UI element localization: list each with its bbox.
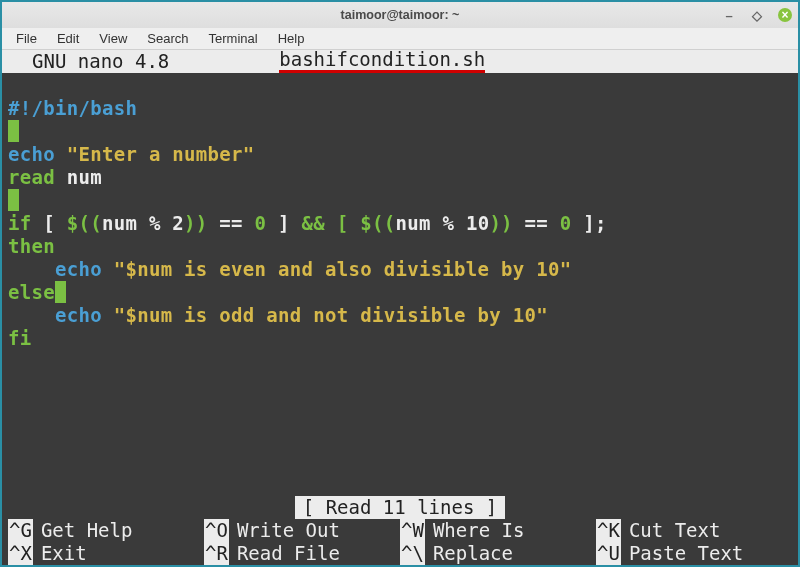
nano-filename: bashifcondition.sh <box>279 50 485 73</box>
shortcut-row: ^XExit ^RRead File ^\Replace ^UPaste Tex… <box>8 542 792 565</box>
menu-search[interactable]: Search <box>137 29 198 48</box>
window-title: taimoor@taimoor: ~ <box>341 8 460 22</box>
menu-file[interactable]: File <box>6 29 47 48</box>
cursor-icon <box>8 189 19 211</box>
shortcut-read-file[interactable]: ^RRead File <box>204 542 400 565</box>
shortcut-paste-text[interactable]: ^UPaste Text <box>596 542 792 565</box>
shortcut-where-is[interactable]: ^WWhere Is <box>400 519 596 542</box>
shortcut-row: ^GGet Help ^OWrite Out ^WWhere Is ^KCut … <box>8 519 792 542</box>
shortcut-write-out[interactable]: ^OWrite Out <box>204 519 400 542</box>
minimize-icon[interactable]: – <box>722 8 736 22</box>
terminal[interactable]: GNU nano 4.8 bashifcondition.sh #!/bin/b… <box>2 50 798 565</box>
cursor-icon <box>8 120 19 142</box>
menu-view[interactable]: View <box>89 29 137 48</box>
code-line: #!/bin/bash <box>8 97 137 119</box>
shortcut-replace[interactable]: ^\Replace <box>400 542 596 565</box>
menu-terminal[interactable]: Terminal <box>199 29 268 48</box>
close-icon[interactable]: × <box>778 8 792 22</box>
status-line: [ Read 11 lines ] <box>2 496 798 519</box>
menu-help[interactable]: Help <box>268 29 315 48</box>
menubar: File Edit View Search Terminal Help <box>2 28 798 50</box>
cursor-icon <box>55 281 66 303</box>
code-line: read <box>8 166 55 188</box>
shortcut-get-help[interactable]: ^GGet Help <box>8 519 204 542</box>
nano-header: GNU nano 4.8 bashifcondition.sh <box>2 50 798 73</box>
shortcut-cut-text[interactable]: ^KCut Text <box>596 519 792 542</box>
nano-title: GNU nano 4.8 <box>8 50 169 73</box>
status-text: [ Read 11 lines ] <box>295 496 505 519</box>
maximize-icon[interactable]: ◇ <box>750 8 764 22</box>
window-controls: – ◇ × <box>722 8 792 22</box>
code-line: echo <box>8 143 55 165</box>
editor-content[interactable]: #!/bin/bash echo "Enter a number" read n… <box>8 73 792 350</box>
menu-edit[interactable]: Edit <box>47 29 89 48</box>
titlebar: taimoor@taimoor: ~ – ◇ × <box>2 2 798 28</box>
shortcut-bar: ^GGet Help ^OWrite Out ^WWhere Is ^KCut … <box>2 519 798 565</box>
shortcut-exit[interactable]: ^XExit <box>8 542 204 565</box>
